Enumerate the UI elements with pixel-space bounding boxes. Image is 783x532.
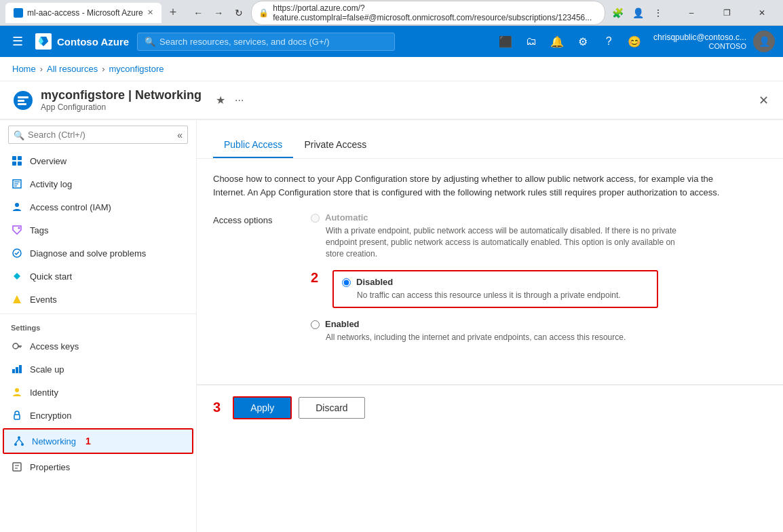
azure-logo-text: Contoso Azure xyxy=(57,36,129,48)
directory-icon[interactable]: 🗂 xyxy=(519,29,543,54)
automatic-desc: With a private endpoint, public network … xyxy=(326,225,679,259)
automatic-radio-row: Automatic xyxy=(311,212,679,223)
sidebar-item-label: Access keys xyxy=(30,341,79,352)
breadcrumb: Home › All resources › myconfigstore xyxy=(0,57,783,81)
search-input[interactable] xyxy=(159,37,387,47)
extensions-button[interactable]: 🧩 xyxy=(609,5,626,21)
breadcrumb-current[interactable]: myconfigstore xyxy=(109,64,164,74)
help-icon[interactable]: ? xyxy=(596,29,621,54)
page-title-area: myconfigstore | Networking App Configura… xyxy=(0,81,783,119)
description-text: Choose how to connect to your App Config… xyxy=(213,172,742,199)
maximize-button[interactable]: ❐ xyxy=(711,3,742,23)
sidebar-item-scale-up[interactable]: Scale up xyxy=(0,358,196,381)
tags-icon xyxy=(11,224,23,236)
content-footer: 3 Apply Discard xyxy=(197,385,783,430)
profile-button[interactable]: 👤 xyxy=(630,5,646,21)
sidebar-collapse-button[interactable]: « xyxy=(177,130,183,140)
breadcrumb-sep-1: › xyxy=(40,64,43,74)
close-button[interactable]: ✕ xyxy=(746,3,778,23)
sidebar-item-identity[interactable]: Identity xyxy=(0,381,196,404)
sidebar-item-events[interactable]: Events xyxy=(0,288,196,311)
breadcrumb-home[interactable]: Home xyxy=(12,64,36,74)
svg-point-22 xyxy=(15,388,19,392)
enabled-radio[interactable] xyxy=(311,320,320,329)
content-header: Public Access Private Access xyxy=(197,120,783,159)
menu-button[interactable]: ⋮ xyxy=(650,5,666,21)
svg-marker-14 xyxy=(13,295,21,303)
sidebar-item-quickstart[interactable]: Quick start xyxy=(0,265,196,288)
tab-private-access[interactable]: Private Access xyxy=(293,132,377,158)
more-options-button[interactable]: ··· xyxy=(233,92,246,109)
minimize-button[interactable]: – xyxy=(676,3,707,23)
sidebar-item-label: Encryption xyxy=(30,411,71,421)
sidebar-item-properties[interactable]: Properties xyxy=(0,455,196,478)
forward-button[interactable]: → xyxy=(210,5,227,21)
sidebar-search-input[interactable] xyxy=(8,126,188,144)
option-enabled: Enabled All networks, including the inte… xyxy=(311,319,679,343)
svg-rect-4 xyxy=(12,156,16,160)
automatic-radio[interactable] xyxy=(311,214,320,223)
diagnose-icon xyxy=(11,247,23,259)
svg-rect-1 xyxy=(18,96,28,98)
sidebar-item-networking[interactable]: Networking 1 xyxy=(3,428,193,454)
user-avatar[interactable]: 👤 xyxy=(753,31,775,52)
sidebar-item-access-control[interactable]: Access control (IAM) xyxy=(0,195,196,218)
step3-number: 3 xyxy=(213,400,221,415)
svg-rect-2 xyxy=(18,100,24,102)
new-tab-button[interactable]: + xyxy=(166,5,181,20)
tab-close-button[interactable]: ✕ xyxy=(147,8,153,17)
svg-point-11 xyxy=(15,203,19,207)
content-body: Choose how to connect to your App Config… xyxy=(197,159,783,357)
favorite-button[interactable]: ★ xyxy=(214,92,227,109)
enabled-label: Enabled xyxy=(325,319,360,329)
close-page-button[interactable]: ✕ xyxy=(757,91,771,110)
sidebar-item-overview[interactable]: Overview xyxy=(0,149,196,172)
settings-icon[interactable]: ⚙ xyxy=(571,29,595,54)
access-options-row: Access options Automatic With a private … xyxy=(213,212,767,343)
header-icons: ⬛ 🗂 🔔 ⚙ ? 😊 chrisqpublic@contoso.c... CO… xyxy=(493,29,775,54)
global-search[interactable]: 🔍 xyxy=(137,33,395,51)
disabled-radio[interactable] xyxy=(342,278,351,287)
svg-rect-21 xyxy=(19,365,22,373)
title-actions: ★ ··· xyxy=(214,92,246,109)
sidebar: 🔍 « Overview Activity log Acce xyxy=(0,120,197,532)
sidebar-item-label: Diagnose and solve problems xyxy=(30,248,146,259)
browser-tab[interactable]: ml-aac-access - Microsoft Azure ✕ xyxy=(5,3,161,23)
resource-icon-svg xyxy=(12,90,34,111)
feedback-icon[interactable]: 😊 xyxy=(622,29,647,54)
content-tabs: Public Access Private Access xyxy=(213,132,767,158)
scale-up-icon xyxy=(11,363,23,375)
apply-button[interactable]: Apply xyxy=(233,396,292,419)
enabled-desc: All networks, including the internet and… xyxy=(326,332,679,343)
hamburger-menu[interactable]: ☰ xyxy=(8,30,27,53)
resource-icon xyxy=(12,90,34,111)
azure-header: ☰ Contoso Azure 🔍 ⬛ 🗂 🔔 ⚙ ? 😊 chrisqpubl… xyxy=(0,26,783,57)
svg-line-27 xyxy=(16,439,19,443)
svg-rect-5 xyxy=(18,156,22,160)
sidebar-item-tags[interactable]: Tags xyxy=(0,218,196,242)
sidebar-item-label: Identity xyxy=(30,387,58,398)
sidebar-item-activity-log[interactable]: Activity log xyxy=(0,172,196,195)
tab-public-access[interactable]: Public Access xyxy=(213,132,293,158)
address-bar[interactable]: 🔒 https://portal.azure.com/?feature.cust… xyxy=(251,1,605,25)
identity-icon xyxy=(11,386,23,398)
breadcrumb-all-resources[interactable]: All resources xyxy=(47,64,98,74)
back-button[interactable]: ← xyxy=(190,5,206,21)
svg-point-26 xyxy=(21,443,24,446)
discard-button[interactable]: Discard xyxy=(299,397,364,419)
azure-logo-icon xyxy=(35,33,52,50)
sidebar-item-encryption[interactable]: Encryption xyxy=(0,404,196,427)
user-info[interactable]: chrisqpublic@contoso.c... CONTOSO xyxy=(648,30,752,53)
tab-favicon xyxy=(14,8,23,18)
svg-point-25 xyxy=(14,443,17,446)
cloud-shell-icon[interactable]: ⬛ xyxy=(493,29,518,54)
refresh-button[interactable]: ↻ xyxy=(231,5,247,21)
svg-rect-7 xyxy=(18,162,22,166)
notifications-icon[interactable]: 🔔 xyxy=(545,29,569,54)
sidebar-item-access-keys[interactable]: Access keys xyxy=(0,335,196,358)
sidebar-item-label: Access control (IAM) xyxy=(30,202,111,212)
settings-section-label: Settings xyxy=(0,317,196,335)
disabled-desc: No traffic can access this resource unle… xyxy=(357,290,649,301)
sidebar-item-diagnose[interactable]: Diagnose and solve problems xyxy=(0,242,196,265)
azure-logo[interactable]: Contoso Azure xyxy=(35,33,129,50)
